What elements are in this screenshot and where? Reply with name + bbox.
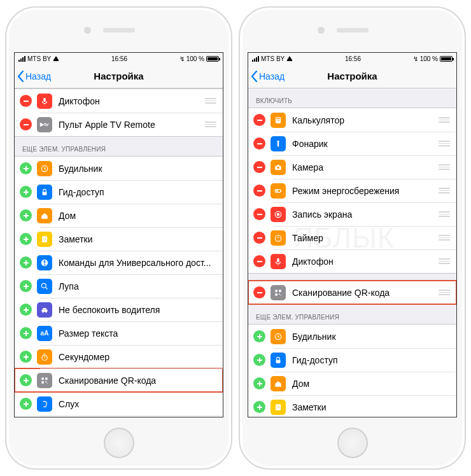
add-button[interactable] [20,351,32,363]
drag-handle-icon[interactable] [439,235,450,241]
phone-speaker [337,28,369,32]
list-row[interactable]: Диктофон [248,249,456,273]
list-row[interactable]: Слух [15,392,223,416]
add-button[interactable] [253,330,265,342]
list-row[interactable]: Сканирование QR-кода [248,281,456,304]
drag-handle-icon[interactable] [439,188,450,193]
svg-rect-13 [42,236,47,242]
row-label: Сканирование QR-кода [292,288,439,298]
timer-icon [271,230,286,246]
home-button[interactable] [104,428,134,458]
remove-button[interactable] [253,114,265,126]
add-button[interactable] [20,280,32,292]
svg-point-54 [279,120,279,121]
list-row[interactable]: Гид-доступ [248,348,456,372]
list-row[interactable]: aAРазмер текста [15,321,223,345]
svg-rect-63 [276,190,279,191]
wifi-icon [53,56,59,61]
list-row[interactable]: Дом [248,372,456,395]
svg-point-53 [278,120,278,121]
carrier-label: MTS BY [261,55,285,62]
remove-button[interactable] [253,137,265,150]
list-row[interactable]: Не беспокоить водителя [15,298,223,321]
list-row[interactable]: Будильник [15,157,223,180]
battery-icon [206,56,219,62]
remove-button[interactable] [253,161,265,173]
list-row[interactable]: Фонарик [248,132,456,155]
svg-point-52 [277,120,278,121]
list-row[interactable]: Будильник [248,325,456,348]
status-bar: MTS BY 16:56 ↯ 100 % [248,53,456,64]
add-button[interactable] [20,186,32,198]
drag-handle-icon[interactable] [439,290,450,295]
add-button[interactable] [20,209,32,221]
svg-rect-26 [41,309,47,312]
screen-left: MTS BY 16:56 ↯ 100 % Назад Настройка Дик… [14,52,223,417]
add-button[interactable] [20,256,32,269]
drag-handle-icon[interactable] [205,98,216,104]
add-button[interactable] [20,398,32,410]
row-label: Лупа [59,281,216,291]
add-button[interactable] [20,304,32,316]
list-body-left[interactable]: Диктофон▶tvПульт Apple TV Remote ЕЩЕ ЭЛЕ… [15,88,223,417]
drag-handle-icon[interactable] [439,164,450,170]
charging-icon: ↯ [179,55,185,62]
list-row[interactable]: Секундомер [15,345,223,368]
list-body-right[interactable]: ВКЛЮЧИТЬ КалькуляторФонарикКамераРежим э… [248,88,456,417]
add-button[interactable] [253,377,265,389]
list-row[interactable]: Дом [15,204,223,227]
svg-line-23 [46,287,48,289]
battery-pct: 100 % [186,55,204,62]
carrier-label: MTS BY [27,55,51,62]
list-row[interactable]: Диктофон [15,89,223,113]
svg-rect-75 [279,293,280,295]
note-icon [37,232,52,247]
add-button[interactable] [253,354,265,366]
remove-button[interactable] [253,232,265,244]
remove-button[interactable] [20,95,32,107]
drag-handle-icon[interactable] [439,141,450,146]
note-icon [271,400,286,415]
back-button[interactable]: Назад [15,71,51,82]
remove-button[interactable] [253,185,265,197]
section-include-header: ВКЛЮЧИТЬ [248,88,456,108]
remove-button[interactable] [253,208,265,220]
add-button[interactable] [253,401,265,413]
home-icon [271,376,286,391]
drag-handle-icon[interactable] [205,122,216,127]
record-icon [271,207,286,222]
included-list-extra: Сканирование QR-кода [248,280,456,305]
status-time: 16:56 [345,55,361,62]
remove-button[interactable] [253,255,265,267]
svg-point-28 [45,311,46,312]
row-label: Размер текста [59,328,216,339]
included-list: КалькуляторФонарикКамераРежим энергосбер… [248,108,456,274]
list-row[interactable]: Таймер [248,226,456,249]
list-row[interactable]: Камера [248,155,456,179]
included-list: Диктофон▶tvПульт Apple TV Remote [15,88,223,137]
drag-handle-icon[interactable] [439,117,450,123]
list-row[interactable]: Лупа [15,274,223,298]
list-row[interactable]: Заметки [248,395,456,417]
add-button[interactable] [20,162,32,174]
list-row[interactable]: Заметки [15,227,223,251]
remove-button[interactable] [253,286,265,298]
drag-handle-icon[interactable] [439,211,450,217]
list-row[interactable]: Команды для Универсального дост... [15,251,223,274]
back-button[interactable]: Назад [248,71,285,82]
home-button[interactable] [337,428,368,458]
list-row[interactable]: Запись экрана [248,202,456,226]
list-row[interactable]: Wallet [15,416,223,417]
list-row[interactable]: Гид-доступ [15,180,223,204]
drag-handle-icon[interactable] [439,258,450,264]
list-row[interactable]: Калькулятор [248,108,456,132]
remove-button[interactable] [20,118,32,130]
list-row[interactable]: Сканирование QR-кода [15,368,223,392]
svg-rect-41 [45,381,46,382]
add-button[interactable] [20,374,32,386]
list-row[interactable]: ▶tvПульт Apple TV Remote [15,113,223,136]
add-button[interactable] [20,327,32,339]
add-button[interactable] [20,233,32,245]
list-row[interactable]: Режим энергосбережения [248,179,456,202]
row-label: Заметки [292,402,450,412]
